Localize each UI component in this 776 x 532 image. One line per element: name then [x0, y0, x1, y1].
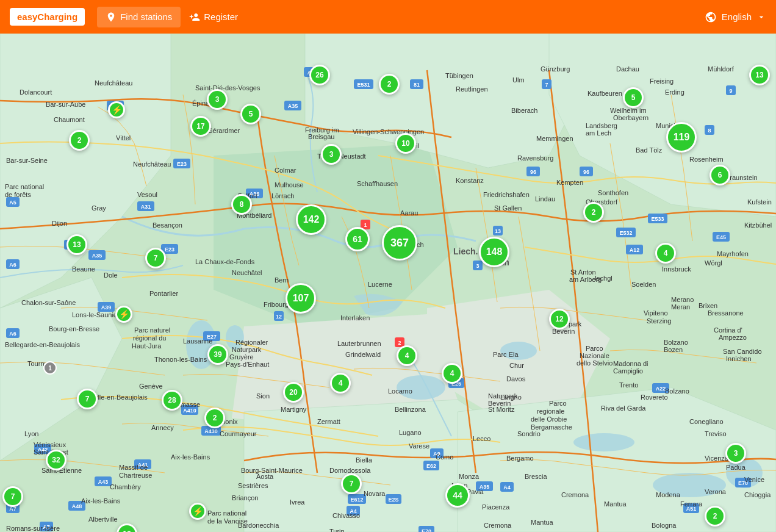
svg-text:Chaumont: Chaumont — [54, 116, 85, 123]
svg-text:9: 9 — [729, 88, 732, 94]
svg-text:Martigny: Martigny — [281, 406, 307, 413]
cluster-marker-c31[interactable]: 7 — [77, 389, 98, 409]
cluster-marker-c32[interactable]: 32 — [46, 450, 66, 470]
cluster-marker-c33[interactable]: 7 — [341, 473, 362, 494]
register-nav[interactable]: Register — [181, 7, 246, 27]
svg-text:Parc national: Parc national — [5, 183, 44, 190]
cluster-marker-c9[interactable]: 119 — [666, 122, 697, 153]
svg-text:Aosta: Aosta — [256, 473, 274, 480]
language-selector[interactable]: English — [705, 11, 766, 23]
svg-text:Biella: Biella — [356, 456, 373, 464]
cluster-marker-c12[interactable]: 6 — [710, 165, 730, 185]
svg-text:Brescia: Brescia — [525, 473, 548, 480]
svg-text:Soelden: Soelden — [631, 281, 656, 288]
logo: easyCharging — [10, 8, 85, 26]
svg-text:am Arlberg: am Arlberg — [569, 276, 602, 283]
svg-text:Lauterbrunnen: Lauterbrunnen — [337, 340, 381, 347]
svg-text:8: 8 — [708, 128, 711, 134]
cluster-marker-c24[interactable]: 39 — [207, 344, 228, 365]
lightning-marker-l3[interactable] — [189, 503, 206, 520]
svg-text:Neuchâtel: Neuchâtel — [232, 269, 262, 276]
svg-text:2: 2 — [398, 340, 401, 346]
svg-text:Albertville: Albertville — [88, 516, 118, 523]
svg-text:Mantua: Mantua — [604, 500, 627, 508]
svg-text:Thonon-les-Bains: Thonon-les-Bains — [154, 356, 207, 363]
svg-text:Biberach: Biberach — [511, 107, 537, 114]
svg-text:Traunstein: Traunstein — [726, 174, 758, 181]
lightning-marker-l1[interactable] — [108, 101, 125, 118]
cluster-marker-c21[interactable]: 4 — [655, 243, 676, 264]
svg-text:Lucerne: Lucerne — [368, 281, 392, 288]
svg-text:Bolzano: Bolzano — [665, 387, 689, 395]
svg-text:Turin: Turin — [329, 528, 345, 532]
cluster-marker-c26[interactable]: 4 — [442, 363, 462, 384]
svg-text:Liech.: Liech. — [453, 246, 478, 256]
cluster-marker-c30[interactable]: 2 — [204, 408, 225, 428]
cluster-marker-c29[interactable]: 28 — [162, 390, 182, 411]
svg-text:A410: A410 — [183, 408, 196, 414]
svg-text:Merano: Merano — [671, 296, 694, 303]
cluster-marker-c35[interactable]: 7 — [2, 486, 23, 507]
svg-text:A6: A6 — [9, 331, 16, 337]
cluster-marker-c11[interactable]: 2 — [69, 130, 90, 151]
cluster-marker-c34[interactable]: 44 — [445, 483, 470, 508]
cluster-marker-c23[interactable]: 12 — [549, 309, 570, 329]
svg-text:Mantua: Mantua — [531, 519, 554, 526]
svg-text:Como: Como — [436, 453, 453, 461]
svg-text:Meran: Meran — [671, 303, 690, 311]
svg-text:Sestrières: Sestrières — [238, 482, 268, 489]
svg-text:Grindelwald: Grindelwald — [345, 351, 381, 358]
cluster-marker-c25[interactable]: 4 — [397, 345, 417, 366]
cluster-marker-c20[interactable]: 148 — [479, 237, 509, 267]
svg-text:Bologna: Bologna — [652, 522, 677, 529]
svg-text:Besançon: Besançon — [153, 221, 182, 229]
svg-text:Dole: Dole — [104, 271, 118, 279]
cluster-marker-c7[interactable]: 17 — [190, 116, 211, 137]
cluster-marker-c14[interactable]: 142 — [296, 204, 326, 235]
cluster-marker-c27[interactable]: 4 — [330, 373, 351, 394]
cluster-marker-c13[interactable]: 8 — [231, 194, 252, 215]
find-stations-nav[interactable]: Find stations — [97, 7, 181, 27]
svg-text:Fribourg: Fribourg — [264, 301, 289, 308]
cluster-marker-c3[interactable]: 13 — [749, 65, 770, 85]
svg-text:Cortina d': Cortina d' — [714, 326, 742, 334]
chevron-down-icon — [756, 12, 766, 22]
svg-text:Lecco: Lecco — [473, 435, 490, 442]
svg-text:Vénissieux: Vénissieux — [34, 441, 66, 448]
svg-text:Sterzing: Sterzing — [647, 317, 671, 325]
map[interactable]: .land { fill: #d4edda; stroke: #b0d4b8; … — [0, 34, 776, 532]
cluster-marker-c17[interactable]: 61 — [345, 227, 370, 251]
svg-text:A31: A31 — [141, 204, 151, 210]
svg-text:3: 3 — [476, 263, 479, 269]
cluster-marker-c8[interactable]: 10 — [395, 133, 416, 154]
cluster-marker-c16[interactable]: 7 — [145, 248, 166, 268]
cluster-marker-c19[interactable]: 2 — [583, 202, 604, 223]
cluster-marker-c10[interactable]: 3 — [321, 144, 342, 165]
svg-text:Saint-Dié-des-Vosges: Saint-Dié-des-Vosges — [195, 84, 260, 92]
cluster-marker-c28[interactable]: 20 — [283, 382, 304, 403]
svg-text:Riva del Garda: Riva del Garda — [601, 404, 646, 412]
cluster-marker-c22[interactable]: 107 — [286, 283, 316, 314]
cluster-marker-c6[interactable]: 5 — [623, 87, 644, 108]
cluster-marker-c1[interactable]: 26 — [309, 65, 330, 85]
lightning-marker-l2[interactable] — [115, 306, 132, 323]
cluster-marker-c4[interactable]: 3 — [207, 89, 228, 110]
svg-text:Campiglio: Campiglio — [613, 367, 643, 375]
cluster-marker-c18[interactable]: 367 — [382, 225, 417, 261]
svg-text:Parco: Parco — [549, 400, 567, 407]
gray-marker-g1[interactable]: 1 — [43, 361, 57, 375]
svg-text:Parco: Parco — [586, 345, 603, 352]
cluster-marker-c15[interactable]: 13 — [66, 234, 87, 255]
svg-text:Genève: Genève — [139, 383, 163, 390]
svg-text:E2S: E2S — [388, 497, 398, 503]
cluster-marker-c37[interactable]: 3 — [725, 443, 746, 464]
cluster-marker-c2[interactable]: 2 — [379, 74, 400, 95]
cluster-marker-c5[interactable]: 5 — [240, 104, 261, 124]
globe-icon — [705, 11, 717, 23]
svg-text:Lausanne: Lausanne — [183, 337, 212, 345]
svg-text:Konstanz: Konstanz — [456, 177, 484, 184]
svg-text:Vesoul: Vesoul — [137, 191, 157, 198]
svg-text:Vittel: Vittel — [116, 134, 131, 142]
cluster-marker-c38[interactable]: 2 — [705, 506, 725, 527]
svg-text:E70: E70 — [422, 528, 431, 532]
